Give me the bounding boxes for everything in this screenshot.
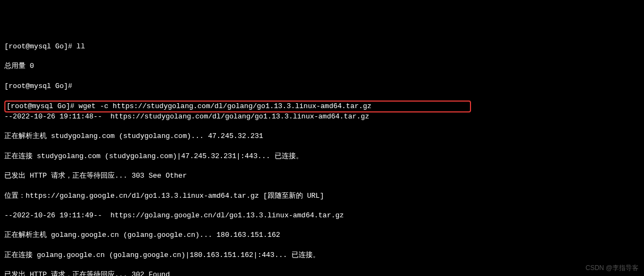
terminal-line: [root@mysql Go]# bbox=[4, 81, 640, 91]
terminal-line: 已发出 HTTP 请求，正在等待回应... 302 Found bbox=[4, 270, 640, 276]
terminal-line: --2022-10-26 19:11:48-- https://studygol… bbox=[4, 112, 640, 122]
watermark: CSDN @李指导客 bbox=[585, 264, 639, 273]
terminal-line: 正在解析主机 studygolang.com (studygolang.com)… bbox=[4, 131, 640, 141]
terminal-line: 正在连接 studygolang.com (studygolang.com)|4… bbox=[4, 152, 640, 161]
terminal-line: 总用量 0 bbox=[4, 61, 640, 71]
terminal-line: 已发出 HTTP 请求，正在等待回应... 303 See Other bbox=[4, 171, 640, 181]
wget-command-text: [root@mysql Go]# wget -c https://studygo… bbox=[7, 102, 371, 110]
terminal-line: --2022-10-26 19:11:49-- https://golang.g… bbox=[4, 211, 640, 221]
terminal-line: [root@mysql Go]# ll bbox=[4, 42, 640, 52]
terminal-line: 正在解析主机 golang.google.cn (golang.google.c… bbox=[4, 230, 640, 240]
terminal-line: 位置：https://golang.google.cn/dl/go1.13.3.… bbox=[4, 191, 640, 201]
highlighted-wget-command: [root@mysql Go]# wget -c https://studygo… bbox=[4, 101, 471, 112]
terminal-line: 正在连接 golang.google.cn (golang.google.cn)… bbox=[4, 250, 640, 260]
